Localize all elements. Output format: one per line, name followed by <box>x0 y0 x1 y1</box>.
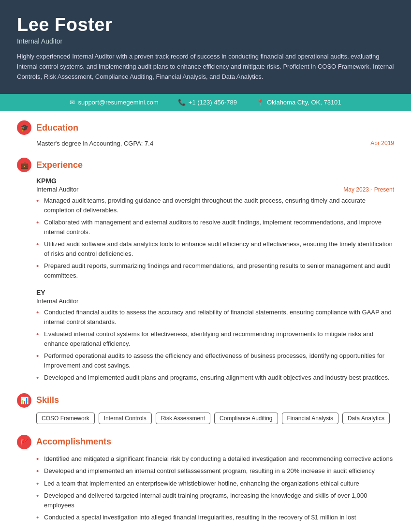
exp-role-kpmg: Internal Auditor <box>36 186 78 193</box>
acc-bullet-item: Led a team that implemented an enterpris… <box>36 479 394 488</box>
exp-date-kpmg: May 2023 - Present <box>343 186 394 193</box>
bullet-item: Developed and implemented audit plans an… <box>36 373 394 383</box>
exp-entry-ey: EY Internal Auditor Conducted financial … <box>17 289 394 383</box>
candidate-title: Internal Auditor <box>17 37 394 45</box>
accomplishments-bullets: Identified and mitigated a significant f… <box>36 454 394 522</box>
education-header: 🎓 Education <box>17 120 394 135</box>
header-section: Lee Foster Internal Auditor Highly exper… <box>0 0 411 94</box>
education-icon: 🎓 <box>17 120 31 135</box>
exp-company-ey: EY <box>36 289 394 296</box>
exp-bullets-kpmg: Managed audit teams, providing guidance … <box>36 196 394 280</box>
main-content: 🎓 Education Master's degree in Accountin… <box>0 111 411 532</box>
education-section: 🎓 Education Master's degree in Accountin… <box>17 120 394 147</box>
acc-bullet-item: Developed and delivered targeted interna… <box>36 491 394 510</box>
location-icon: 📍 <box>256 99 264 106</box>
skill-tag-risk: Risk Assessment <box>156 413 210 424</box>
bullet-item: Evaluated internal control systems for e… <box>36 329 394 348</box>
skill-tag-analytics: Data Analytics <box>342 413 390 424</box>
contact-email: ✉ support@resumegemini.com <box>70 99 158 106</box>
exp-bullets-ey: Conducted financial audits to assess the… <box>36 308 394 383</box>
contact-phone: 📞 +1 (123) 456-789 <box>178 99 237 106</box>
accomplishments-icon: 🚩 <box>17 435 31 449</box>
resume-container: Lee Foster Internal Auditor Highly exper… <box>0 0 411 532</box>
candidate-name: Lee Foster <box>17 15 394 35</box>
experience-title: Experience <box>36 160 83 170</box>
email-value: support@resumegemini.com <box>78 99 158 106</box>
exp-role-row-kpmg: Internal Auditor May 2023 - Present <box>36 186 394 193</box>
education-row: Master's degree in Accounting, CGPA: 7.4… <box>17 140 394 147</box>
location-value: Oklahoma City, OK, 73101 <box>267 99 341 106</box>
skills-content: COSO Framework Internal Controls Risk As… <box>17 413 394 424</box>
contact-location: 📍 Oklahoma City, OK, 73101 <box>256 99 341 106</box>
skill-tag-coso: COSO Framework <box>36 413 95 424</box>
acc-bullet-item: Developed and implemented an internal co… <box>36 466 394 476</box>
experience-section: 💼 Experience KPMG Internal Auditor May 2… <box>17 158 394 383</box>
bullet-item: Conducted financial audits to assess the… <box>36 308 394 326</box>
bullet-item: Utilized audit software and data analyti… <box>36 239 394 258</box>
contact-bar: ✉ support@resumegemini.com 📞 +1 (123) 45… <box>0 94 411 111</box>
phone-icon: 📞 <box>178 99 186 106</box>
phone-value: +1 (123) 456-789 <box>189 99 237 106</box>
bullet-item: Performed operational audits to assess t… <box>36 351 394 370</box>
skills-header: 📊 Skills <box>17 393 394 408</box>
email-icon: ✉ <box>70 99 75 106</box>
education-date: Apr 2019 <box>370 140 394 147</box>
acc-bullet-item: Conducted a special investigation into a… <box>36 513 394 522</box>
acc-bullet-item: Identified and mitigated a significant f… <box>36 454 394 464</box>
experience-header: 💼 Experience <box>17 158 394 172</box>
experience-icon: 💼 <box>17 158 31 172</box>
skills-title: Skills <box>36 395 59 405</box>
skills-section: 📊 Skills COSO Framework Internal Control… <box>17 393 394 424</box>
skill-tag-financial: Financial Analysis <box>282 413 338 424</box>
exp-role-ey: Internal Auditor <box>36 297 78 305</box>
skill-tag-internal-controls: Internal Controls <box>99 413 152 424</box>
education-degree: Master's degree in Accounting, CGPA: 7.4 <box>36 140 153 147</box>
skill-tag-compliance: Compliance Auditing <box>214 413 278 424</box>
accomplishments-section: 🚩 Accomplishments Identified and mitigat… <box>17 435 394 522</box>
exp-company-kpmg: KPMG <box>36 177 394 185</box>
skills-tags: COSO Framework Internal Controls Risk As… <box>36 413 394 424</box>
candidate-summary: Highly experienced Internal Auditor with… <box>17 52 394 82</box>
exp-entry-kpmg: KPMG Internal Auditor May 2023 - Present… <box>17 177 394 280</box>
bullet-item: Managed audit teams, providing guidance … <box>36 196 394 215</box>
accomplishments-content: Identified and mitigated a significant f… <box>17 454 394 522</box>
bullet-item: Collaborated with management and externa… <box>36 218 394 236</box>
skills-icon: 📊 <box>17 393 31 408</box>
education-title: Education <box>36 123 78 133</box>
accomplishments-title: Accomplishments <box>36 437 111 447</box>
accomplishments-header: 🚩 Accomplishments <box>17 435 394 449</box>
exp-role-row-ey: Internal Auditor <box>36 297 394 305</box>
bullet-item: Prepared audit reports, summarizing find… <box>36 261 394 280</box>
